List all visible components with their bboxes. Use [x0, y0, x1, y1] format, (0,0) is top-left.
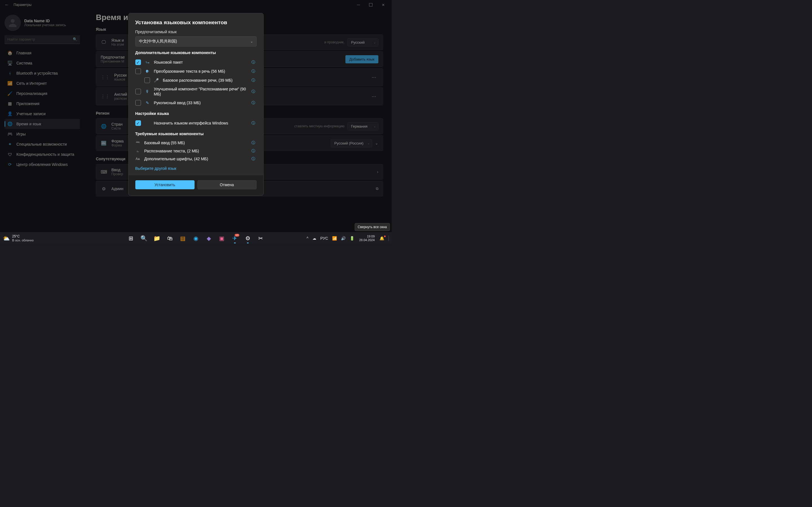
checkbox-handwriting[interactable] — [135, 100, 141, 106]
info-icon[interactable]: ⓘ — [252, 121, 257, 126]
required-features-header: Требуемые языковые компоненты — [135, 131, 257, 136]
tray-language-indicator[interactable]: РУС — [319, 236, 329, 240]
mic-icon: 🎤 — [154, 78, 159, 82]
info-icon[interactable]: ⓘ — [252, 149, 257, 154]
font-icon: Aᴀ — [135, 157, 140, 161]
tray-notifications-icon[interactable]: 🔔 — [378, 236, 385, 240]
opt-enhanced-speech: 🎙 Улучшенный компонент "Распознавание ре… — [135, 85, 257, 98]
tray-chevron-up-icon[interactable]: ^ — [306, 236, 309, 240]
mic2-icon: 🎙 — [145, 89, 150, 94]
taskbar-edge[interactable]: ◉ — [190, 233, 202, 244]
preferred-language-label: Предпочитаемый язык — [135, 30, 257, 34]
system-tray: ^ ☁ РУС 📶 🔊 🔋 19:09 28.04.2024 🔔 — [306, 235, 389, 242]
taskbar-store[interactable]: 🛍 — [164, 233, 175, 244]
checkbox-tts[interactable] — [135, 68, 141, 74]
choose-other-language-link[interactable]: Выберите другой язык — [135, 163, 257, 173]
install-language-dialog: Установка языковых компонентов Предпочит… — [128, 13, 264, 196]
preferred-language-select[interactable]: 中文(中华人民共和国) ⌄ — [135, 36, 257, 47]
tray-clock[interactable]: 19:09 28.04.2024 — [359, 235, 375, 242]
abc-icon: ᴬᴮᶜ — [135, 141, 140, 145]
checkbox-basic-speech[interactable] — [144, 77, 150, 83]
dialog-title: Установка языковых компонентов — [135, 19, 257, 25]
opt-set-display-language: ✓ Назначить языком интерфейса Windows ⓘ — [135, 119, 257, 128]
chevron-down-icon: ⌄ — [250, 40, 253, 43]
opt-basic-speech: 🎤 Базовое распознавание речи, (39 МБ) ⓘ — [135, 76, 257, 85]
show-desktop-button[interactable] — [389, 235, 389, 241]
req-ocr: ⎁ Распознавание текста, (2 МБ) ⓘ — [135, 147, 257, 155]
info-icon[interactable]: ⓘ — [252, 69, 257, 74]
checkbox-display-language[interactable]: ✓ — [135, 120, 141, 126]
pen-icon: ✎ — [145, 101, 150, 105]
opt-handwriting: ✎ Рукописный ввод (33 МБ) ⓘ — [135, 98, 257, 107]
tray-battery-icon[interactable]: 🔋 — [349, 236, 355, 240]
tray-onedrive-icon[interactable]: ☁ — [312, 236, 317, 240]
info-icon[interactable]: ⓘ — [252, 78, 257, 83]
info-icon[interactable]: ⓘ — [252, 100, 257, 105]
req-fonts: Aᴀ Дополнительные шрифты, (42 МБ) ⓘ — [135, 155, 257, 163]
tray-volume-icon[interactable]: 🔊 — [340, 236, 347, 240]
info-icon[interactable]: ⓘ — [252, 89, 257, 94]
dialog-overlay: Установка языковых компонентов Предпочит… — [0, 0, 392, 244]
taskbar-settings[interactable]: ⚙ — [242, 233, 253, 244]
weather-widget[interactable]: ⛅ 25°C В осн. облачно — [3, 235, 34, 242]
taskbar-sublime[interactable]: ▤ — [177, 233, 189, 244]
start-button[interactable]: ⊞ — [125, 233, 137, 244]
opt-tts: 🗣 Преобразование текста в речь (56 МБ) ⓘ — [135, 67, 257, 76]
install-button[interactable]: Установить — [135, 180, 195, 189]
taskbar-telegram[interactable]: ✈13 — [229, 233, 241, 244]
req-basic-typing: ᴬᴮᶜ Базовый ввод (55 МБ) ⓘ — [135, 139, 257, 147]
optional-features-header: Дополнительные языковые компоненты — [135, 50, 257, 55]
taskbar-snip[interactable]: ✂ — [255, 233, 266, 244]
ocr-icon: ⎁ — [135, 149, 140, 153]
taskbar-obsidian[interactable]: ◆ — [203, 233, 214, 244]
opt-language-pack: ✓ ⮑ Языковой пакет ⓘ — [135, 58, 257, 67]
taskbar-search[interactable]: 🔍 — [139, 233, 150, 244]
tray-wifi-icon[interactable]: 📶 — [331, 236, 338, 240]
info-icon[interactable]: ⓘ — [252, 60, 257, 65]
weather-icon: ⛅ — [3, 235, 10, 242]
taskbar-optimizer[interactable]: ▣ — [216, 233, 227, 244]
info-icon[interactable]: ⓘ — [252, 140, 257, 145]
show-desktop-tooltip: Свернуть все окна — [355, 223, 390, 231]
language-pack-icon: ⮑ — [145, 60, 150, 64]
cancel-button[interactable]: Отмена — [197, 180, 257, 189]
checkbox-enhanced-speech[interactable] — [135, 89, 141, 94]
tts-icon: 🗣 — [145, 69, 150, 73]
info-icon[interactable]: ⓘ — [252, 156, 257, 161]
taskbar-explorer[interactable]: 📁 — [151, 233, 163, 244]
checkbox-language-pack[interactable]: ✓ — [135, 59, 141, 65]
language-settings-header: Настройки языка — [135, 111, 257, 116]
taskbar: ⛅ 25°C В осн. облачно ⊞ 🔍 📁 🛍 ▤ ◉ ◆ ▣ ✈1… — [0, 232, 392, 244]
